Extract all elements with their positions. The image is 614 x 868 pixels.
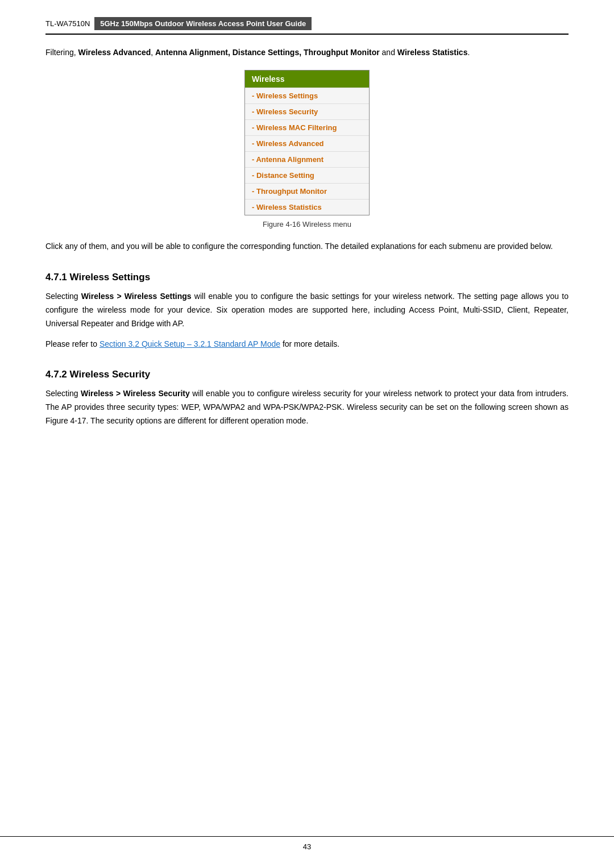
menu-header: Wireless	[245, 70, 369, 88]
section-471-bold1: Wireless > Wireless Settings	[81, 292, 192, 301]
header-bar: TL-WA7510N 5GHz 150Mbps Outdoor Wireless…	[45, 17, 569, 35]
menu-container: Wireless - Wireless Settings - Wireless …	[45, 70, 569, 229]
menu-item-wireless-statistics[interactable]: - Wireless Statistics	[245, 199, 369, 215]
section-472-heading: 4.7.2 Wireless Security	[45, 369, 569, 380]
section-471-para2: Please refer to Section 3.2 Quick Setup …	[45, 338, 569, 351]
header-model: TL-WA7510N	[45, 19, 90, 28]
section-link[interactable]: Section 3.2 Quick Setup – 3.2.1 Standard…	[99, 339, 280, 348]
intro-text-filtering: Filtering, Wireless Advanced, Antenna Al…	[45, 48, 470, 57]
menu-item-throughput-monitor[interactable]: - Throughput Monitor	[245, 183, 369, 199]
menu-item-wireless-mac-filtering[interactable]: - Wireless MAC Filtering	[245, 119, 369, 135]
menu-item-antenna-alignment[interactable]: - Antenna Alignment	[245, 151, 369, 167]
section-472-bold1: Wireless > Wireless Security	[81, 389, 190, 398]
click-paragraph: Click any of them, and you will be able …	[45, 240, 569, 254]
section-471-heading: 4.7.1 Wireless Settings	[45, 272, 569, 283]
page-container: TL-WA7510N 5GHz 150Mbps Outdoor Wireless…	[0, 0, 614, 868]
section-472-para1: Selecting Wireless > Wireless Security w…	[45, 387, 569, 427]
wireless-menu: Wireless - Wireless Settings - Wireless …	[244, 70, 370, 215]
header-title: 5GHz 150Mbps Outdoor Wireless Access Poi…	[94, 17, 312, 30]
menu-item-wireless-security[interactable]: - Wireless Security	[245, 103, 369, 119]
menu-item-wireless-settings[interactable]: - Wireless Settings	[245, 88, 369, 103]
section-471-para1: Selecting Wireless > Wireless Settings w…	[45, 290, 569, 330]
intro-paragraph: Filtering, Wireless Advanced, Antenna Al…	[45, 46, 569, 59]
figure-caption: Figure 4-16 Wireless menu	[263, 220, 351, 229]
page-number: 43	[303, 842, 311, 851]
page-footer: 43	[0, 836, 614, 851]
menu-item-distance-setting[interactable]: - Distance Setting	[245, 167, 369, 183]
menu-item-wireless-advanced[interactable]: - Wireless Advanced	[245, 135, 369, 151]
